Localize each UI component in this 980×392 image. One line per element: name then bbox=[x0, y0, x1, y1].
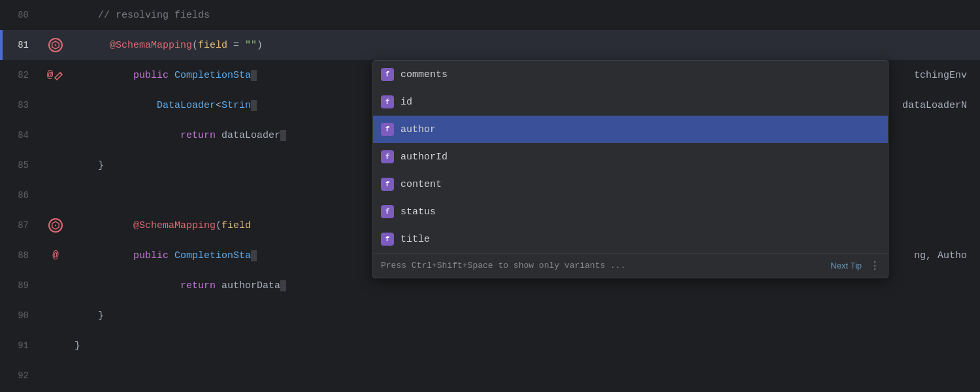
autocomplete-label-comments: comments bbox=[400, 69, 448, 80]
line-content-80: // resolving fields bbox=[72, 10, 980, 21]
right-text-83: dataLoaderN bbox=[902, 90, 980, 120]
line-80: 80 // resolving fields bbox=[0, 0, 980, 30]
line-number-81: 81 bbox=[0, 40, 39, 50]
line-content-90: } bbox=[72, 310, 980, 321]
line-number-92: 92 bbox=[0, 370, 39, 381]
svg-point-1 bbox=[55, 44, 56, 46]
line-81: 81 @SchemaMapping(field = "") bbox=[0, 30, 980, 60]
autocomplete-item-comments[interactable]: f comments bbox=[373, 61, 888, 88]
autocomplete-item-author[interactable]: f author bbox=[373, 116, 888, 143]
autocomplete-icon-status: f bbox=[381, 205, 394, 218]
line-90: 90 } bbox=[0, 301, 980, 331]
autocomplete-label-title: title bbox=[400, 234, 430, 245]
line-gutter-82: @ bbox=[39, 69, 72, 81]
line-gutter-88: @ bbox=[39, 250, 72, 261]
code-editor: 80 // resolving fields 81 @SchemaMapping… bbox=[0, 0, 980, 392]
right-text-82: tchingEnv bbox=[914, 60, 980, 90]
line-number-88: 88 bbox=[0, 250, 39, 261]
line-content-91: } bbox=[72, 340, 980, 351]
autocomplete-icon-title: f bbox=[381, 233, 394, 246]
line-92: 92 bbox=[0, 361, 980, 391]
line-gutter-81 bbox=[39, 38, 72, 52]
more-options-icon[interactable]: ⋮ bbox=[870, 259, 880, 272]
autocomplete-item-title[interactable]: f title bbox=[373, 225, 888, 253]
right-text-88: ng, Autho bbox=[914, 240, 980, 270]
autocomplete-icon-author: f bbox=[381, 123, 394, 136]
line-content-81: @SchemaMapping(field = "") bbox=[72, 29, 980, 62]
autocomplete-label-content: content bbox=[400, 179, 442, 190]
line-number-84: 84 bbox=[0, 130, 39, 140]
graphql-icon-81 bbox=[48, 38, 63, 52]
autocomplete-icon-comments: f bbox=[381, 68, 394, 81]
autocomplete-label-author: author bbox=[400, 124, 436, 135]
next-tip-button[interactable]: Next Tip bbox=[830, 261, 862, 270]
line-number-85: 85 bbox=[0, 160, 39, 171]
autocomplete-icon-id: f bbox=[381, 95, 394, 108]
autocomplete-item-status[interactable]: f status bbox=[373, 198, 888, 225]
autocomplete-footer: Press Ctrl+Shift+Space to show only vari… bbox=[373, 253, 888, 278]
pencil-icon-82 bbox=[54, 70, 64, 80]
autocomplete-icon-content: f bbox=[381, 178, 394, 191]
line-number-82: 82 bbox=[0, 70, 39, 80]
line-gutter-87 bbox=[39, 218, 72, 233]
line-number-87: 87 bbox=[0, 220, 39, 231]
graphql-icon-87 bbox=[48, 218, 63, 233]
line-91: 91 } bbox=[0, 331, 980, 361]
line-number-80: 80 bbox=[0, 10, 39, 20]
line-number-91: 91 bbox=[0, 340, 39, 351]
autocomplete-label-authorId: authorId bbox=[400, 152, 448, 163]
svg-point-3 bbox=[55, 225, 56, 226]
line-number-89: 89 bbox=[0, 280, 39, 291]
autocomplete-item-content[interactable]: f content bbox=[373, 171, 888, 198]
line-number-83: 83 bbox=[0, 100, 39, 110]
autocomplete-item-authorId[interactable]: f authorId bbox=[373, 143, 888, 171]
autocomplete-tip-text: Press Ctrl+Shift+Space to show only vari… bbox=[381, 261, 625, 270]
line-indicator-81 bbox=[0, 30, 3, 60]
at-icon-88: @ bbox=[52, 250, 59, 261]
autocomplete-label-status: status bbox=[400, 206, 436, 218]
autocomplete-icon-authorId: f bbox=[381, 150, 394, 163]
line-number-90: 90 bbox=[0, 310, 39, 321]
at-icon-82: @ bbox=[47, 69, 54, 81]
autocomplete-item-id[interactable]: f id bbox=[373, 88, 888, 116]
autocomplete-dropdown[interactable]: f comments f id f author f authorId f co… bbox=[372, 60, 889, 278]
autocomplete-label-id: id bbox=[400, 97, 412, 108]
line-number-86: 86 bbox=[0, 190, 39, 201]
